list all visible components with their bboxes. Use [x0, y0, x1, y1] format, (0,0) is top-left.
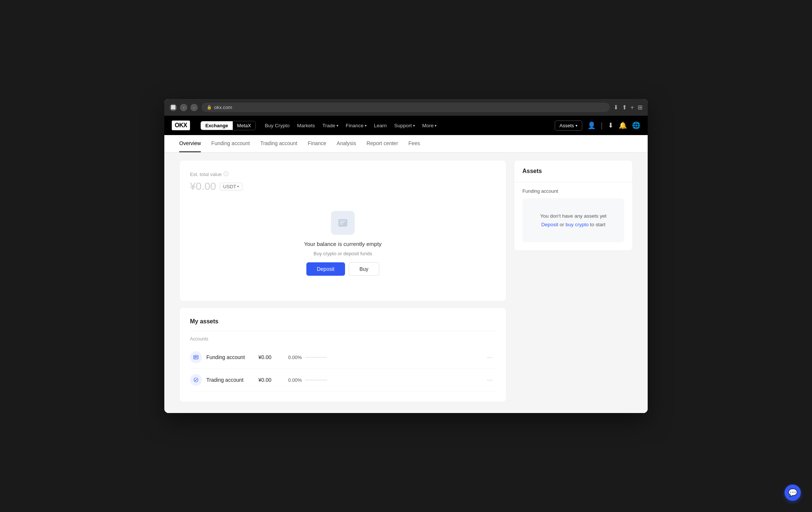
funding-account-amount: ¥0.00 [258, 354, 288, 360]
okx-logo: OKX [172, 121, 190, 130]
info-icon: ⓘ [223, 171, 229, 177]
more-chevron: ▾ [435, 124, 436, 128]
account-row-funding: Funding account ¥0.00 0.00% ··· [190, 346, 496, 369]
finance-chevron: ▾ [365, 124, 367, 128]
trading-account-more[interactable]: ··· [484, 375, 496, 385]
sub-nav: Overview Funding account Trading account… [164, 135, 648, 153]
funding-account-icon [190, 351, 202, 363]
browser-chrome: ⬜ ‹ › 🔒 okx.com ⬇ ⬆ + ⊞ [164, 99, 648, 116]
nav-learn[interactable]: Learn [374, 123, 387, 128]
nav-more[interactable]: More ▾ [422, 123, 437, 128]
exchange-metax-toggle: Exchange MetaX [200, 121, 256, 130]
share-icon[interactable]: ⬆ [622, 104, 627, 111]
forward-button[interactable]: › [190, 104, 198, 111]
trading-account-icon [190, 374, 202, 386]
browser-window: ⬜ ‹ › 🔒 okx.com ⬇ ⬆ + ⊞ OKX Exchange Met… [164, 99, 648, 413]
tab-funding-account[interactable]: Funding account [211, 135, 250, 152]
trading-account-pct: 0.00% [288, 377, 484, 383]
my-assets-card: My assets Accounts Funding acco [179, 307, 506, 402]
right-col: Assets Funding account You don't have an… [514, 160, 633, 406]
main-layout: Est. total value ⓘ ¥0.00 USDT ▾ [164, 153, 648, 413]
trading-progress-bar [305, 380, 327, 381]
svg-rect-1 [340, 221, 346, 221]
empty-state: Your balance is currently empty Buy cryp… [190, 204, 496, 291]
grid-icon[interactable]: ⊞ [638, 104, 642, 111]
assets-empty-links: Deposit or buy crypto to start [530, 222, 617, 227]
balance-card: Est. total value ⓘ ¥0.00 USDT ▾ [179, 160, 506, 301]
svg-rect-4 [194, 355, 198, 359]
assets-panel-title: Assets [514, 160, 632, 182]
nav-right: Assets ▾ 👤 | ⬇ 🔔 🌐 [555, 121, 640, 131]
trading-account-name: Trading account [206, 377, 258, 383]
address-bar[interactable]: 🔒 okx.com [202, 103, 610, 112]
empty-balance-icon [331, 211, 355, 235]
tab-trading-account[interactable]: Trading account [260, 135, 297, 152]
trading-account-amount: ¥0.00 [258, 377, 288, 383]
nav-support[interactable]: Support ▾ [394, 123, 415, 128]
funding-account-more[interactable]: ··· [484, 352, 496, 363]
buy-button[interactable]: Buy [349, 262, 379, 276]
browser-actions: ⬇ ⬆ + ⊞ [613, 104, 642, 111]
empty-sub: Buy crypto or deposit funds [313, 251, 372, 256]
tab-report-center[interactable]: Report center [367, 135, 398, 152]
svg-rect-7 [194, 358, 196, 358]
tab-analysis[interactable]: Analysis [337, 135, 356, 152]
support-chevron: ▾ [413, 124, 415, 128]
currency-chevron: ▾ [237, 185, 239, 188]
assets-button[interactable]: Assets ▾ [555, 121, 582, 131]
tab-icon: ⬜ [170, 104, 177, 111]
back-button[interactable]: ‹ [180, 104, 187, 111]
download-icon[interactable]: ⬇ [608, 121, 613, 129]
svg-rect-6 [194, 356, 197, 357]
download-icon[interactable]: ⬇ [613, 104, 618, 111]
tab-overview[interactable]: Overview [179, 135, 201, 152]
svg-point-8 [194, 378, 198, 382]
navbar: OKX Exchange MetaX Buy Crypto Markets Tr… [164, 116, 648, 135]
buy-crypto-link[interactable]: buy crypto [566, 222, 589, 227]
currency-selector[interactable]: USDT ▾ [220, 183, 242, 191]
left-col: Est. total value ⓘ ¥0.00 USDT ▾ [179, 160, 506, 406]
nav-links: Buy Crypto Markets Trade ▾ Finance ▾ Lea… [265, 123, 546, 128]
app-content: OKX Exchange MetaX Buy Crypto Markets Tr… [164, 116, 648, 413]
my-assets-title: My assets [190, 318, 496, 325]
user-icon[interactable]: 👤 [587, 121, 596, 129]
lock-icon: 🔒 [207, 105, 212, 110]
empty-title: Your balance is currently empty [304, 241, 382, 247]
new-tab-icon[interactable]: + [631, 104, 634, 111]
svg-rect-2 [340, 222, 344, 223]
deposit-button[interactable]: Deposit [306, 262, 345, 276]
deposit-link[interactable]: Deposit [541, 222, 558, 227]
action-buttons: Deposit Buy [306, 262, 379, 276]
account-row-trading: Trading account ¥0.00 0.00% ··· [190, 369, 496, 391]
url-text: okx.com [214, 105, 232, 110]
trade-chevron: ▾ [336, 124, 338, 128]
balance-amount: ¥0.00 USDT ▾ [190, 180, 496, 192]
funding-account-pct: 0.00% [288, 355, 484, 360]
svg-rect-3 [340, 224, 343, 224]
funding-account-name: Funding account [206, 354, 258, 360]
bell-icon[interactable]: 🔔 [619, 121, 627, 129]
separator: | [601, 121, 603, 130]
assets-panel-subtitle: Funding account [514, 182, 632, 198]
tab-finance[interactable]: Finance [308, 135, 326, 152]
exchange-badge[interactable]: Exchange [201, 121, 232, 130]
assets-panel: Assets Funding account You don't have an… [514, 160, 633, 251]
nav-trade[interactable]: Trade ▾ [322, 123, 338, 128]
nav-buy-crypto[interactable]: Buy Crypto [265, 123, 290, 128]
tab-fees[interactable]: Fees [409, 135, 420, 152]
accounts-label: Accounts [190, 331, 496, 342]
assets-chevron: ▾ [576, 124, 577, 128]
metax-badge[interactable]: MetaX [233, 121, 256, 130]
chat-bubble[interactable]: 💬 [784, 484, 801, 501]
globe-icon[interactable]: 🌐 [632, 121, 640, 129]
nav-finance[interactable]: Finance ▾ [346, 123, 367, 128]
assets-empty-box: You don't have any assets yet Deposit or… [522, 198, 624, 242]
nav-markets[interactable]: Markets [297, 123, 315, 128]
est-label: Est. total value ⓘ [190, 171, 496, 177]
chat-icon: 💬 [788, 488, 798, 497]
assets-empty-text: You don't have any assets yet [530, 213, 617, 219]
funding-progress-bar [305, 357, 327, 358]
browser-controls: ⬜ ‹ › [170, 104, 198, 111]
